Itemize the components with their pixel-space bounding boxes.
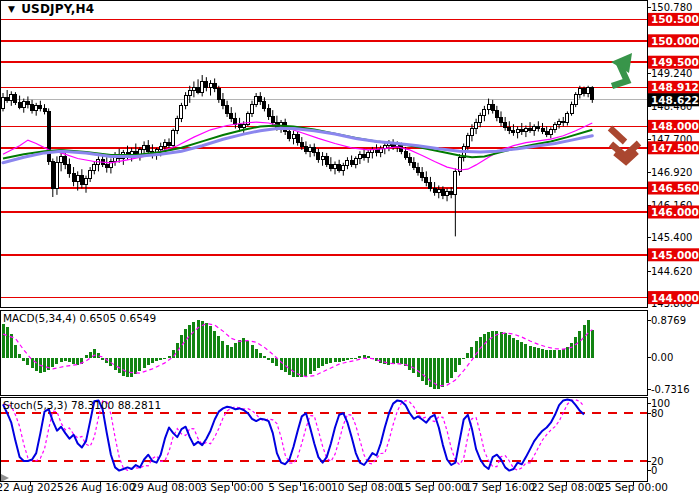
stoch-indicator-label: Stoch(5,3,3) 78.3100 88.2811 bbox=[3, 399, 161, 411]
svg-text:29 Aug 08:00: 29 Aug 08:00 bbox=[131, 481, 202, 493]
svg-text:0.8769: 0.8769 bbox=[651, 315, 686, 326]
svg-text:146.920: 146.920 bbox=[651, 167, 692, 178]
trading-chart-window: 150.780149.240148.460147.700146.920146.1… bbox=[0, 0, 700, 500]
svg-text:148.000: 148.000 bbox=[651, 120, 699, 132]
price-badge: 150.500 bbox=[648, 13, 699, 26]
svg-text:147.500: 147.500 bbox=[651, 142, 699, 154]
price-badge: 146.000 bbox=[648, 205, 699, 218]
svg-text:22 Sep 08:00: 22 Sep 08:00 bbox=[531, 481, 601, 493]
stoch-levels bbox=[0, 413, 647, 461]
svg-text:144.000: 144.000 bbox=[651, 292, 699, 304]
symbol-period-label: USDJPY,H4 bbox=[21, 2, 94, 16]
svg-text:-0.7316: -0.7316 bbox=[651, 384, 690, 395]
price-badge: 145.000 bbox=[648, 248, 699, 261]
svg-text:10 Sep 08:00: 10 Sep 08:00 bbox=[331, 481, 401, 493]
svg-text:148.912: 148.912 bbox=[651, 81, 699, 93]
price-badge: 150.000 bbox=[648, 34, 699, 47]
collapse-triangle-icon[interactable]: ▼ bbox=[8, 4, 15, 14]
svg-text:144.620: 144.620 bbox=[651, 266, 692, 277]
svg-text:149.240: 149.240 bbox=[651, 68, 692, 79]
price-badge: 147.500 bbox=[648, 141, 699, 154]
svg-text:25 Sep 00:00: 25 Sep 00:00 bbox=[598, 481, 668, 493]
time-axis: 22 Aug 202526 Aug 16:0029 Aug 08:003 Sep… bbox=[0, 481, 668, 493]
svg-text:146.000: 146.000 bbox=[651, 206, 699, 218]
svg-text:26 Aug 16:00: 26 Aug 16:00 bbox=[65, 481, 136, 493]
svg-text:0: 0 bbox=[651, 465, 657, 476]
price-badge: 144.000 bbox=[648, 291, 699, 304]
price-badge: 148.000 bbox=[648, 120, 699, 133]
trend-up-arrow bbox=[611, 53, 632, 86]
svg-text:17 Sep 16:00: 17 Sep 16:00 bbox=[465, 481, 535, 493]
svg-text:80: 80 bbox=[651, 408, 664, 419]
svg-text:5 Sep 16:00: 5 Sep 16:00 bbox=[268, 481, 331, 493]
svg-text:150.500: 150.500 bbox=[651, 13, 699, 25]
chart-canvas[interactable]: 150.780149.240148.460147.700146.920146.1… bbox=[0, 0, 700, 500]
price-badge: 146.560 bbox=[648, 182, 699, 195]
price-axis: 150.780149.240148.460147.700146.920146.1… bbox=[647, 2, 692, 476]
macd-indicator-label: MACD(5,34,4) 0.6505 0.6549 bbox=[3, 312, 156, 324]
svg-text:148.622: 148.622 bbox=[651, 94, 699, 106]
svg-text:3 Sep 00:00: 3 Sep 00:00 bbox=[200, 481, 263, 493]
svg-text:15 Sep 00:00: 15 Sep 00:00 bbox=[398, 481, 468, 493]
svg-text:145.000: 145.000 bbox=[651, 249, 699, 261]
macd-histogram bbox=[2, 320, 594, 389]
price-badge: 149.500 bbox=[648, 56, 699, 69]
svg-text:22 Aug 2025: 22 Aug 2025 bbox=[0, 481, 64, 493]
svg-text:150.000: 150.000 bbox=[651, 35, 699, 47]
svg-text:0.00: 0.00 bbox=[651, 352, 673, 363]
svg-text:145.400: 145.400 bbox=[651, 232, 692, 243]
price-badge: 148.622 bbox=[648, 93, 699, 106]
chart-title: ▼USDJPY,H4 bbox=[8, 2, 94, 16]
svg-text:149.500: 149.500 bbox=[651, 56, 699, 68]
svg-text:150.780: 150.780 bbox=[651, 2, 692, 13]
trend-down-arrow bbox=[610, 128, 639, 162]
price-badge: 148.912 bbox=[648, 81, 699, 94]
svg-text:146.560: 146.560 bbox=[651, 182, 699, 194]
